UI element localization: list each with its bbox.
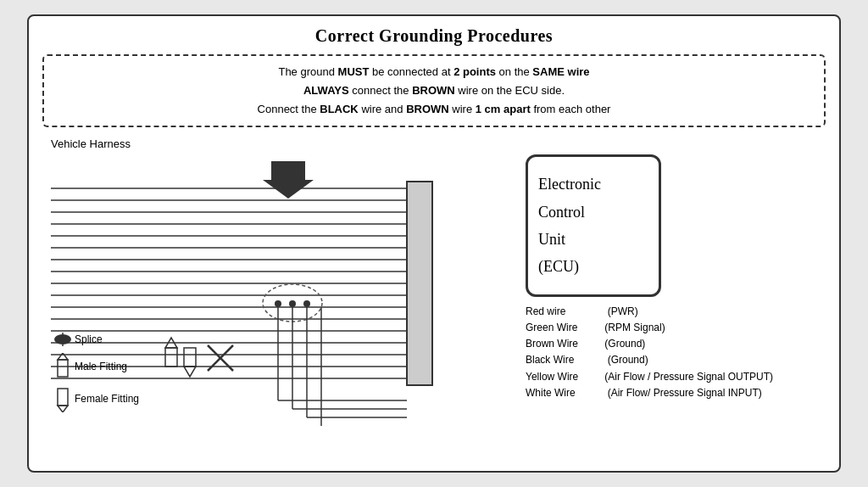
svg-marker-42 <box>58 406 68 412</box>
page-title: Correct Grounding Procedures <box>42 26 826 46</box>
notice-box: The ground MUST be connected at 2 points… <box>42 54 826 127</box>
notice-line2: ALWAYS connect the BROWN wire on the ECU… <box>58 81 810 100</box>
male-fitting-label: Male Fitting <box>75 361 127 372</box>
splice-icon <box>51 331 75 348</box>
svg-rect-29 <box>165 348 177 367</box>
svg-point-38 <box>54 334 71 344</box>
diagram-area: Vehicle Harness <box>42 137 826 426</box>
ecu-line4: (ECU) <box>538 253 648 280</box>
female-fitting-legend-item: Female Fitting <box>51 385 139 412</box>
notice-line1: The ground MUST be connected at 2 points… <box>58 63 810 81</box>
svg-rect-17 <box>407 182 432 385</box>
svg-marker-32 <box>184 367 196 377</box>
wire-legend-item-3: Brown Wire (Ground) <box>526 336 826 352</box>
ecu-box: Electronic Control Unit (ECU) <box>526 154 661 297</box>
female-fitting-icon <box>51 385 75 412</box>
svg-rect-31 <box>184 348 196 367</box>
splice-label: Splice <box>75 333 103 345</box>
wire-legend-item-1: Red wire (PWR) <box>526 304 826 320</box>
wire-legend: Red wire (PWR) Green Wire (RPM Signal) B… <box>526 304 826 401</box>
wire-legend-item-4: Black Wire (Ground) <box>526 352 826 368</box>
svg-marker-40 <box>58 353 68 360</box>
splice-legend-item: Splice <box>51 331 139 348</box>
wire-legend-item-2: Green Wire (RPM Signal) <box>526 320 826 336</box>
svg-rect-39 <box>58 360 68 377</box>
male-fitting-legend-item: Male Fitting <box>51 353 139 380</box>
ecu-line1: Electronic <box>538 171 648 198</box>
notice-line3: Connect the BLACK wire and BROWN wire 1 … <box>58 100 810 119</box>
svg-point-20 <box>275 300 281 307</box>
main-container: Correct Grounding Procedures The ground … <box>27 14 841 473</box>
wire-legend-item-6: White Wire (Air Flow/ Pressure Signal IN… <box>526 385 826 401</box>
wire-legend-item-5: Yellow Wire (Air Flow / Pressure Signal … <box>526 369 826 385</box>
female-fitting-label: Female Fitting <box>75 393 139 405</box>
symbol-legend: Splice Male Fitting Female Fitting <box>51 331 139 417</box>
svg-point-21 <box>289 300 296 307</box>
ecu-line3: Unit <box>538 226 648 253</box>
ecu-line2: Control <box>538 199 648 226</box>
svg-marker-18 <box>263 161 314 199</box>
svg-point-22 <box>303 300 310 307</box>
male-fitting-icon <box>51 353 75 380</box>
svg-rect-41 <box>58 389 68 406</box>
right-panel: Electronic Control Unit (ECU) Red wire (… <box>517 137 826 426</box>
